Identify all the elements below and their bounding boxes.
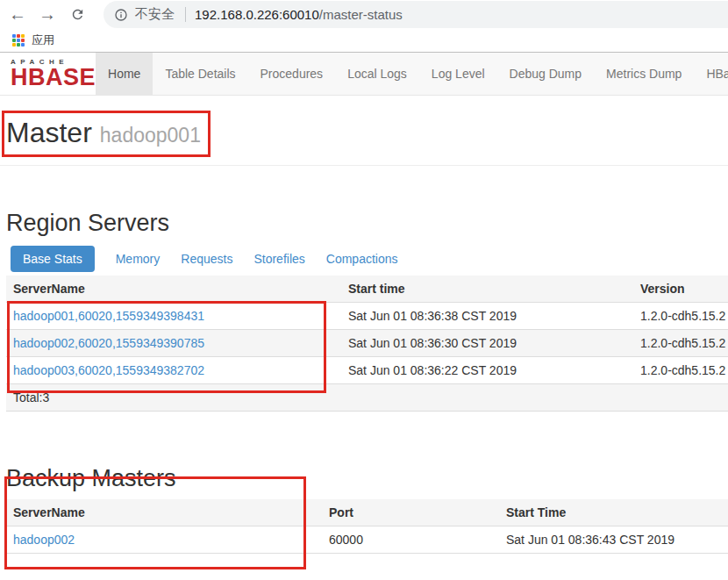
bookmarks-bar: 应用	[0, 29, 728, 53]
tab-memory[interactable]: Memory	[116, 252, 161, 266]
back-icon[interactable]: ←	[7, 4, 28, 25]
region-servers-heading: Region Servers	[6, 209, 728, 237]
version-cell: 1.2.0-cdh5.15.2	[633, 330, 728, 357]
backup-masters-table: ServerName Port Start Time hadoop002 600…	[6, 499, 728, 554]
nav-item-debug-dump[interactable]: Debug Dump	[497, 53, 595, 95]
region-servers-tabs: Base Stats Memory Requests Storefiles Co…	[6, 245, 728, 273]
nav-item-table-details[interactable]: Table Details	[153, 53, 247, 95]
nav-item-metrics-dump[interactable]: Metrics Dump	[594, 53, 694, 95]
nav-item-hbase-configuration[interactable]: HBase	[694, 53, 728, 95]
divider	[0, 165, 728, 166]
not-secure-label[interactable]: 不安全	[135, 6, 175, 23]
hbase-logo[interactable]: APACHE HBASE	[0, 53, 96, 95]
backup-master-link[interactable]: hadoop002	[13, 533, 75, 547]
table-row: hadoop002,60020,1559349390785 Sat Jun 01…	[6, 330, 728, 357]
table-row: hadoop001,60020,1559349398431 Sat Jun 01…	[6, 303, 728, 330]
tab-compactions[interactable]: Compactions	[326, 252, 398, 266]
nav-item-log-level[interactable]: Log Level	[419, 53, 497, 95]
tab-base-stats[interactable]: Base Stats	[11, 246, 95, 272]
table-header-row: ServerName Start time Version	[6, 276, 728, 303]
master-hostname: hadoop001	[100, 124, 201, 147]
tab-storefiles[interactable]: Storefiles	[253, 252, 304, 266]
table-row: hadoop003,60020,1559349382702 Sat Jun 01…	[6, 357, 728, 384]
tab-requests[interactable]: Requests	[181, 252, 232, 266]
address-bar[interactable]: 不安全 192.168.0.226:60010/master-status	[103, 1, 728, 28]
version-cell: 1.2.0-cdh5.15.2	[633, 357, 728, 384]
page-content: Masterhadoop001 Region Servers Base Stat…	[0, 116, 728, 554]
table-header-row: ServerName Port Start Time	[6, 499, 728, 526]
nav-item-procedures[interactable]: Procedures	[248, 53, 336, 95]
col-port: Port	[322, 499, 499, 526]
table-total-row: Total:3	[6, 384, 728, 412]
start-time-cell: Sat Jun 01 08:36:43 CST 2019	[499, 526, 728, 554]
omnibox-divider	[185, 7, 186, 22]
region-server-link[interactable]: hadoop003,60020,1559349382702	[13, 363, 204, 377]
master-heading: Masterhadoop001	[6, 116, 728, 152]
region-server-link[interactable]: hadoop001,60020,1559349398431	[13, 309, 204, 323]
apps-grid-icon[interactable]	[12, 34, 25, 47]
table-row: hadoop002 60000 Sat Jun 01 08:36:43 CST …	[6, 526, 728, 554]
start-time-cell: Sat Jun 01 08:36:30 CST 2019	[341, 330, 633, 357]
version-cell: 1.2.0-cdh5.15.2	[633, 303, 728, 330]
logo-hbase-text: HBASE	[11, 67, 96, 90]
col-start-time: Start Time	[499, 499, 728, 526]
region-servers-table: ServerName Start time Version hadoop001,…	[6, 276, 728, 412]
region-server-link[interactable]: hadoop002,60020,1559349390785	[13, 336, 204, 350]
col-servername: ServerName	[6, 276, 341, 303]
col-start-time: Start time	[341, 276, 633, 303]
nav-item-home[interactable]: Home	[96, 53, 153, 95]
url-host: 192.168.0.226:60010	[195, 7, 319, 22]
backup-masters-heading: Backup Masters	[6, 464, 728, 492]
apps-bookmark-label[interactable]: 应用	[32, 32, 54, 48]
master-title: Master	[6, 117, 92, 148]
nav-item-local-logs[interactable]: Local Logs	[335, 53, 419, 95]
total-count: Total:3	[6, 384, 728, 412]
hbase-navbar: APACHE HBASE Home Table Details Procedur…	[0, 53, 728, 96]
start-time-cell: Sat Jun 01 08:36:38 CST 2019	[341, 303, 633, 330]
info-circle-icon[interactable]	[114, 8, 128, 22]
start-time-cell: Sat Jun 01 08:36:22 CST 2019	[341, 357, 633, 384]
port-cell: 60000	[322, 526, 499, 554]
forward-icon[interactable]: →	[37, 4, 58, 25]
browser-toolbar: ← → 不安全 192.168.0.226:60010/master-statu…	[0, 0, 728, 29]
url-path: /master-status	[319, 7, 403, 22]
col-version: Version	[633, 276, 728, 303]
col-servername: ServerName	[6, 499, 322, 526]
refresh-icon[interactable]	[67, 4, 88, 25]
